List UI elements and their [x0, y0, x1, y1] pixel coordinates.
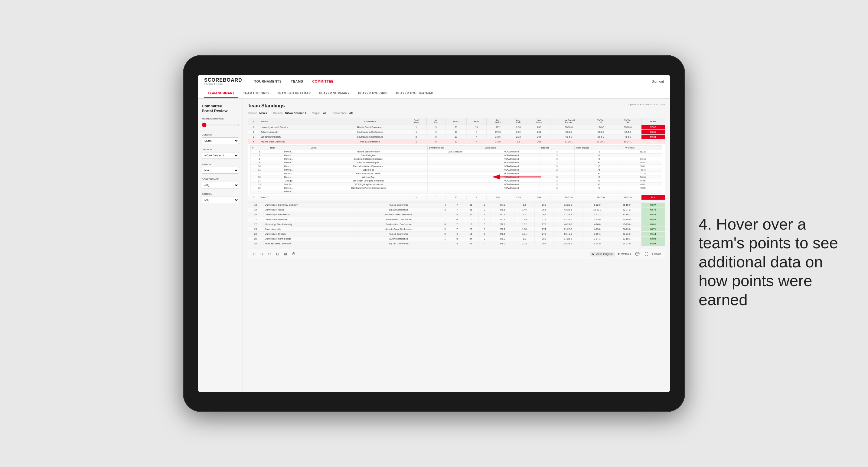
col-points: Points — [641, 118, 665, 125]
hover-cell-event: Cato-Collegiate — [309, 154, 427, 157]
table-row[interactable]: 24 University of Oregon Pac-12 Conferenc… — [248, 232, 665, 237]
cell-points[interactable]: 68.43 — [641, 217, 665, 222]
cell-points[interactable]: 68.70 — [641, 208, 665, 212]
expand-button[interactable]: ⛶ — [643, 251, 649, 257]
hover-data-row: 8 Univers... Southern Highlands Collegia… — [251, 157, 662, 161]
hover-cell-event: OFCC Fighting Illini Invitational — [309, 183, 427, 186]
hover-cell-w-points: 74.01 — [624, 164, 662, 168]
table-row[interactable]: 19 University of Texas Big 12 Conference… — [248, 208, 665, 212]
hover-data-row: 10 Univers... National Invitational Tour… — [251, 164, 662, 168]
col-conf-rank: ConfRank — [406, 118, 427, 125]
nav-teams[interactable]: TEAMS — [291, 80, 303, 83]
tab-player-h2h-grid[interactable]: PLAYER H2H GRID — [354, 89, 391, 98]
hover-cell-w-points: 78.35 — [624, 186, 662, 190]
share-button[interactable]: ⤴ Share — [652, 253, 661, 256]
region-select[interactable]: N/A — [202, 167, 239, 174]
nav-tournaments[interactable]: TOURNAMENTS — [254, 80, 282, 83]
cell-points[interactable]: 68.07 — [641, 203, 665, 208]
reset-button[interactable]: ⟳ — [267, 251, 273, 257]
cell-rounds: 25 — [463, 212, 478, 217]
cell-low-score: 265 — [528, 139, 550, 144]
timer-button[interactable]: ⏱ — [291, 251, 297, 257]
hover-cell-event: Copper Cup — [309, 168, 427, 172]
cell-points[interactable]: 79.5 — [641, 139, 665, 144]
cell-points[interactable]: 90.32 — [641, 134, 665, 139]
hover-cell-w-points — [624, 190, 662, 194]
hover-data-row: 13 Univers... Williams Cup NCAA Division… — [251, 176, 662, 179]
tab-player-h2h-heatmap[interactable]: PLAYER H2H HEATMAP — [393, 89, 437, 98]
hover-cell-event-div — [427, 157, 483, 161]
cell-vs25: 29-4-0 — [587, 130, 614, 134]
cell-overall: 67-10-0 — [550, 125, 587, 130]
table-row[interactable]: 23 Duke University Atlantic Coast Confer… — [248, 227, 665, 232]
redo-button[interactable]: ↪ — [259, 251, 265, 257]
cell-wins: 3 — [478, 212, 491, 217]
cell-vs25: 4-16-0 — [583, 222, 612, 227]
cell-points[interactable]: 68.71 — [641, 227, 665, 232]
hover-cell-rank-impact: +1 — [574, 179, 624, 183]
table-row[interactable]: 2 Auburn University Southeastern Confere… — [248, 130, 665, 134]
paste-button[interactable]: ⊞ — [283, 251, 288, 257]
table-row[interactable]: 18 University of California, Berkeley Pa… — [248, 203, 665, 208]
division-filter-label: Division: — [273, 112, 283, 115]
cell-wins: 4 — [466, 134, 487, 139]
cell-vs25: 9-14-0 — [583, 241, 612, 246]
hover-cell-team: Univers... — [268, 176, 309, 179]
table-header-row: # School Conference ConfRank NoTour Rnds… — [248, 118, 665, 125]
cell-low-score: 274 — [535, 227, 554, 232]
table-row[interactable]: 5 Texas T... ... 1 7 20 3 274 2.65 263 7… — [248, 195, 665, 200]
main-content: Committee Portal Review Minimum Rounds G… — [198, 99, 670, 392]
cell-adj-score: 278.1 — [491, 208, 514, 212]
logo-sub: Powered by clippi — [204, 83, 242, 85]
cell-rounds: 20 — [463, 227, 478, 232]
table-row[interactable]: 21 University of Alabama Southeastern Co… — [248, 217, 665, 222]
hover-cell-event-div — [427, 172, 483, 176]
cell-conf-rank: 5 — [439, 227, 451, 232]
gender-filter-value: Men's — [259, 112, 267, 115]
cell-points[interactable]: 68.49 — [641, 212, 665, 217]
table-row[interactable]: 26 The Ohio State University Big Ten Con… — [248, 241, 665, 246]
cell-wins: 0 — [478, 237, 491, 241]
sidebar-conference-label: Conference — [202, 178, 239, 181]
cell-vs25: 6-12-0 — [583, 203, 612, 208]
cell-points[interactable]: 77.4 — [641, 195, 665, 200]
copy-button[interactable]: ⊡ — [275, 251, 280, 257]
tab-team-h2h-heatmap[interactable]: TEAM H2H HEATMAP — [274, 89, 314, 98]
comment-button[interactable]: 💬 — [634, 251, 641, 257]
division-filter-value: NCAA Division I — [285, 112, 306, 115]
cell-points[interactable]: 66.14 — [641, 232, 665, 237]
tab-team-h2h-grid[interactable]: TEAM H2H GRID — [239, 89, 272, 98]
cell-points[interactable]: 93.31 — [641, 130, 665, 134]
nav-committee[interactable]: COMMITTEE — [312, 80, 334, 83]
tab-team-summary[interactable]: TEAM SUMMARY — [204, 89, 238, 98]
cell-points[interactable]: 63.61 — [641, 222, 665, 227]
school-select[interactable]: (All) — [202, 196, 239, 203]
conference-select[interactable]: (All) — [202, 182, 239, 188]
cell-points[interactable]: 97.02 — [641, 125, 665, 130]
tab-player-summary[interactable]: PLAYER SUMMARY — [315, 89, 353, 98]
hover-cell-team: Univers... — [268, 164, 309, 168]
cell-points[interactable]: 63.94 — [641, 241, 665, 246]
cell-conf-rank: 1 — [439, 241, 451, 246]
gender-select[interactable]: Men's — [202, 137, 239, 144]
conference-filter-label: Conference: — [332, 112, 347, 115]
undo-button[interactable]: ↩ — [251, 251, 257, 257]
table-row[interactable]: 22 Mississippi State University Southeas… — [248, 222, 665, 227]
hover-col-event-type: Event Type — [483, 146, 539, 150]
min-rounds-slider[interactable] — [202, 123, 239, 127]
watch-button[interactable]: 👁 Watch ▾ — [617, 253, 631, 256]
hover-cell-w-points: 56-64 — [624, 176, 662, 179]
logo-text: SCOREBOARD — [204, 77, 242, 83]
table-row[interactable]: 4 Arizona State University Pac-12 Confer… — [248, 139, 665, 144]
table-row[interactable]: 20 University of New Mexico Mountain Wes… — [248, 212, 665, 217]
cell-points[interactable]: 63.89 — [641, 237, 665, 241]
division-select[interactable]: NCAA Division I — [202, 152, 239, 159]
table-row[interactable]: 3 Vanderbilt University Southeastern Con… — [248, 134, 665, 139]
cell-conf-rank: 1 — [406, 195, 427, 200]
hover-cell-w-points: 36-13 — [624, 157, 662, 161]
view-badge[interactable]: ▶ View: Original — [590, 252, 615, 256]
sign-out-button[interactable]: Sign out — [652, 80, 664, 83]
table-row[interactable]: 25 University of North Florida ASUN Conf… — [248, 237, 665, 241]
cell-vs50: 48-12-0 — [614, 195, 641, 200]
table-row[interactable]: 1 University of North Carolina Atlantic … — [248, 125, 665, 130]
